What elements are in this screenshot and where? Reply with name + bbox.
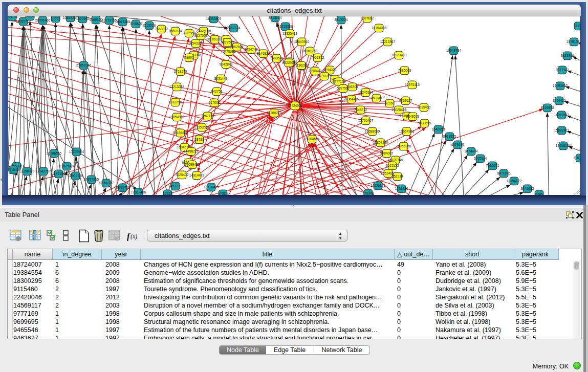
svg-text:3267110: 3267110 [201,114,214,118]
svg-text:9227342: 9227342 [556,68,569,72]
svg-text:10958107: 10958107 [99,181,114,185]
svg-text:2718179: 2718179 [174,70,187,73]
svg-text:23975887: 23975887 [59,164,75,168]
svg-text:17359924: 17359924 [69,150,84,154]
svg-text:16120746: 16120746 [388,158,403,162]
svg-text:1145194: 1145194 [52,172,66,176]
svg-text:20756928: 20756928 [396,144,411,148]
svg-text:12975115: 12975115 [405,83,420,86]
svg-text:9323966: 9323966 [561,54,574,57]
svg-text:16210643: 16210643 [554,113,570,117]
svg-text:9245652: 9245652 [521,187,534,190]
svg-text:8660124: 8660124 [169,29,182,33]
svg-text:21053346: 21053346 [76,63,92,67]
svg-text:8215958: 8215958 [541,106,554,110]
svg-text:14136141: 14136141 [371,184,386,187]
svg-text:6466160: 6466160 [90,18,103,21]
svg-text:14498222: 14498222 [184,149,199,153]
svg-text:13626: 13626 [296,63,306,67]
svg-text:942753: 942753 [211,90,222,93]
svg-text:9474444: 9474444 [465,149,478,153]
svg-text:1527602: 1527602 [76,17,90,20]
svg-text:7485063: 7485063 [398,69,411,72]
svg-text:19654923: 19654923 [399,129,415,133]
svg-text:9457771: 9457771 [169,184,182,188]
svg-text:12156829: 12156829 [19,169,35,173]
svg-text:746206: 746206 [346,85,358,89]
svg-text:15720407: 15720407 [358,119,374,122]
svg-text:1733426: 1733426 [395,187,408,190]
svg-text:16245314: 16245314 [358,91,374,94]
svg-text:1588520: 1588520 [270,56,284,60]
svg-text:12213383: 12213383 [169,85,185,89]
svg-text:13325419: 13325419 [282,32,298,35]
svg-text:9327505: 9327505 [221,40,234,44]
svg-text:10653: 10653 [51,16,60,20]
svg-text:1990443: 1990443 [309,69,322,73]
svg-text:12905135: 12905135 [68,174,83,178]
svg-text:17957255: 17957255 [84,178,99,181]
svg-text:15751074: 15751074 [567,40,581,43]
svg-text:18807249: 18807249 [373,141,388,144]
svg-text:8186323: 8186323 [208,37,222,41]
svg-text:13716485: 13716485 [204,185,219,189]
svg-text:1640953: 1640953 [432,127,445,131]
svg-text:16154808: 16154808 [372,26,387,30]
svg-text:19384554: 19384554 [304,137,320,141]
svg-text:12213967: 12213967 [380,40,396,43]
svg-text:1810755: 1810755 [169,100,182,104]
svg-text:18640910: 18640910 [294,40,310,43]
svg-text:15300223: 15300223 [267,111,282,115]
svg-text:8471626: 8471626 [497,171,511,175]
svg-text:7357224: 7357224 [227,26,241,30]
svg-text:9327503: 9327503 [194,34,208,37]
svg-text:10654122: 10654122 [507,179,522,183]
svg-text:10688609: 10688609 [365,129,380,133]
svg-text:2087662: 2087662 [361,16,374,20]
svg-text:16961758: 16961758 [302,49,318,53]
svg-text:1167534: 1167534 [574,156,581,160]
svg-text:11173: 11173 [574,24,581,28]
svg-text:20091: 20091 [25,16,35,18]
svg-text:7515526: 7515526 [129,22,143,26]
svg-text:8938925: 8938925 [443,135,456,138]
svg-text:16543362: 16543362 [188,41,204,45]
svg-text:58783: 58783 [194,138,204,141]
svg-text:20364436: 20364436 [344,97,359,101]
svg-text:11353594: 11353594 [194,125,209,129]
svg-text:12942757: 12942757 [36,169,51,173]
svg-text:10973493: 10973493 [391,53,407,57]
svg-text:5475685: 5475685 [223,50,236,53]
svg-text:6679197: 6679197 [451,143,465,146]
svg-text:2935114: 2935114 [474,157,487,160]
svg-text:16671355: 16671355 [115,20,130,24]
svg-text:1615152: 1615152 [386,164,399,167]
svg-text:19218506: 19218506 [278,25,293,28]
svg-text:417008: 417008 [208,101,220,104]
svg-text:62160: 62160 [385,101,395,105]
svg-text:8813054: 8813054 [335,18,348,21]
svg-text:12093852: 12093852 [553,84,568,87]
svg-text:20206555: 20206555 [47,151,62,155]
svg-text:9146821: 9146821 [257,52,270,55]
svg-text:(x): (x) [130,233,137,240]
svg-text:17016534: 17016534 [556,144,571,147]
svg-text:16033809: 16033809 [206,17,222,20]
svg-text:1244415: 1244415 [553,99,566,102]
svg-text:8322037: 8322037 [282,61,296,64]
svg-text:9084067: 9084067 [380,151,394,155]
svg-text:16782759: 16782759 [115,186,130,189]
svg-text:8813014: 8813014 [269,16,282,19]
svg-text:20091406: 20091406 [35,18,51,22]
svg-text:9215460: 9215460 [418,105,431,109]
svg-text:18724007: 18724007 [288,104,303,107]
svg-text:173343: 173343 [362,191,374,195]
svg-text:10025458: 10025458 [391,108,407,112]
svg-text:64099483: 64099483 [185,163,200,166]
svg-text:7663822: 7663822 [155,27,168,31]
svg-text:7955812: 7955812 [311,56,324,59]
svg-text:12923: 12923 [163,192,172,195]
svg-text:9242848: 9242848 [220,62,233,66]
svg-text:98901: 98901 [184,56,194,59]
svg-text:16210725: 16210725 [317,74,332,78]
